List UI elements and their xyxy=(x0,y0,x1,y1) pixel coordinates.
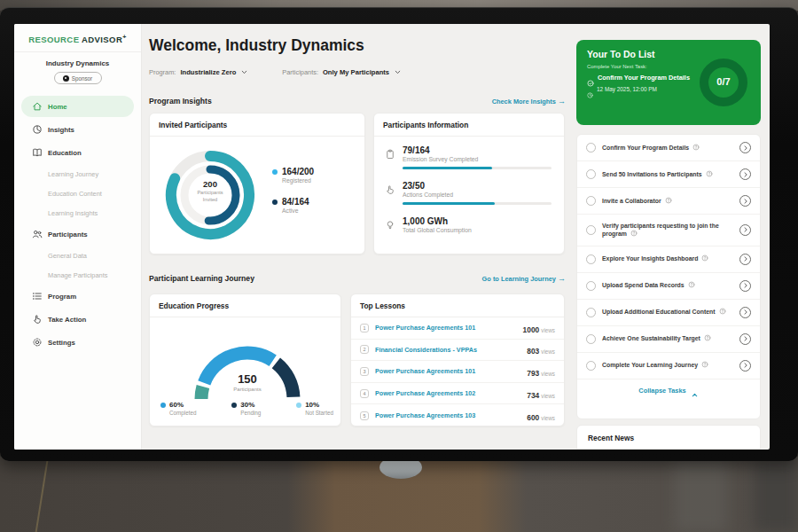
go-to-learning-journey-link[interactable]: Go to Learning Journey → xyxy=(482,274,566,283)
info-icon[interactable] xyxy=(688,281,695,288)
task-chevron-button[interactable] xyxy=(739,195,751,207)
sidebar-item[interactable]: Education xyxy=(21,142,134,163)
legend-value: 60% xyxy=(169,401,196,409)
task-row: Achieve One Sustainability Target xyxy=(577,326,760,353)
task-chevron-button[interactable] xyxy=(739,224,751,236)
task-chevron-button[interactable] xyxy=(739,280,751,292)
task-row: Upload Spend Data Records xyxy=(577,273,760,300)
task-chevron-button[interactable] xyxy=(739,360,751,372)
sidebar-item[interactable]: Learning Journey xyxy=(21,165,134,183)
sidebar-item[interactable]: Manage Participants xyxy=(21,266,134,284)
participants-dropdown[interactable]: Participants: Only My Participants xyxy=(282,68,402,76)
lesson-rank-badge: 1 xyxy=(360,324,369,332)
legend-item: 60% Completed xyxy=(160,401,196,416)
info-icon[interactable] xyxy=(719,308,726,315)
filter-bar: Program: Industrialize Zero Participants… xyxy=(149,68,402,76)
check-circle-icon xyxy=(587,74,594,82)
info-icon[interactable] xyxy=(704,334,711,341)
task-checkbox[interactable] xyxy=(586,308,596,317)
sidebar-item[interactable]: Take Action xyxy=(21,309,134,330)
sidebar-item[interactable]: Program xyxy=(21,286,134,307)
program-insights-title: Program Insights xyxy=(149,97,212,106)
sidebar-item-label: Insights xyxy=(48,126,74,134)
program-value: Industrialize Zero xyxy=(180,68,236,76)
background-blur-band xyxy=(754,457,798,532)
task-chevron-button[interactable] xyxy=(739,254,751,265)
task-label: Send 50 Invitations to Participants xyxy=(602,170,713,178)
task-label: Explore Your Insights Dashboard xyxy=(602,254,708,262)
task-checkbox[interactable] xyxy=(586,254,596,264)
info-icon[interactable] xyxy=(701,361,708,368)
app-logo: RESOURCE ADVISOR+ xyxy=(14,24,141,52)
check-more-insights-link[interactable]: Check More Insights → xyxy=(492,97,566,106)
task-checkbox[interactable] xyxy=(586,169,596,179)
task-label: Verify participants requesting to join t… xyxy=(602,222,727,239)
todo-counter: 0/7 xyxy=(695,76,752,87)
program-dropdown[interactable]: Program: Industrialize Zero xyxy=(149,68,248,76)
arrow-right-icon: → xyxy=(558,274,566,283)
task-row: Complete Your Learning Journey xyxy=(577,353,760,379)
education-legend: 60% Completed 30% Pending 10% xyxy=(160,401,333,416)
participants-label: Participants: xyxy=(282,68,318,76)
lesson-rank-badge: 4 xyxy=(360,389,369,398)
learning-journey-title: Participant Learning Journey xyxy=(149,274,254,283)
task-checkbox[interactable] xyxy=(586,143,596,153)
sidebar-item[interactable]: Education Content xyxy=(21,184,134,202)
lesson-link[interactable]: Financial Considerations - VPPAs xyxy=(375,346,520,354)
info-label: Emission Survey Completed xyxy=(403,156,552,162)
task-chevron-button[interactable] xyxy=(739,142,751,153)
task-rows: Confirm Your Program Details Send 50 Inv… xyxy=(577,135,760,379)
lesson-link[interactable]: Power Purchase Agreements 101 xyxy=(375,324,517,332)
sidebar-item[interactable]: Insights xyxy=(21,119,134,140)
sidebar-item[interactable]: Learning Insights xyxy=(21,204,134,222)
legend-item: 10% Not Started xyxy=(296,401,333,416)
legend-label: Active xyxy=(282,207,309,214)
collapse-tasks-link[interactable]: Collapse Tasks xyxy=(577,379,760,403)
sidebar-item-label: Learning Insights xyxy=(48,209,98,217)
lesson-link[interactable]: Power Purchase Agreements 101 xyxy=(375,367,520,375)
info-icon[interactable] xyxy=(665,197,672,204)
info-icon[interactable] xyxy=(630,230,638,237)
lesson-row: 1 Power Purchase Agreements 101 1000view… xyxy=(351,317,564,340)
task-row: Send 50 Invitations to Participants xyxy=(577,161,760,188)
legend-dot xyxy=(160,403,166,408)
task-checkbox[interactable] xyxy=(586,361,596,371)
task-checkbox[interactable] xyxy=(586,225,596,235)
page-title: Welcome, Industry Dynamics xyxy=(149,36,364,55)
sidebar-item-icon xyxy=(32,147,43,158)
lesson-row: 3 Power Purchase Agreements 101 793views xyxy=(351,361,564,383)
task-checkbox[interactable] xyxy=(586,196,596,206)
task-chevron-button[interactable] xyxy=(739,333,751,345)
sidebar-item[interactable]: Settings xyxy=(21,332,134,353)
todo-task-list: Confirm Your Program Details Send 50 Inv… xyxy=(576,134,761,419)
sidebar-nav: Home Insights Education Learning Journey xyxy=(14,95,141,354)
lesson-views-count: 793 xyxy=(527,369,539,378)
sidebar-item[interactable]: Home xyxy=(21,96,134,117)
info-icon[interactable] xyxy=(706,170,713,177)
info-icon[interactable] xyxy=(692,144,700,151)
lesson-link[interactable]: Power Purchase Agreements 102 xyxy=(375,389,520,397)
task-chevron-button[interactable] xyxy=(739,307,751,318)
lesson-views-suffix: views xyxy=(541,327,555,333)
info-value: 1,000 GWh xyxy=(403,216,472,226)
participants-information-card: Participants Information 79/164 Emission… xyxy=(373,113,565,254)
task-checkbox[interactable] xyxy=(586,281,596,291)
sponsor-badge: Sponsor xyxy=(54,72,102,84)
sidebar-item-icon xyxy=(32,229,43,239)
lesson-rank-badge: 5 xyxy=(360,411,369,420)
task-checkbox[interactable] xyxy=(586,334,596,344)
sidebar-item[interactable]: Participants xyxy=(21,223,134,245)
participants-value: Only My Participants xyxy=(323,68,389,76)
legend-dot xyxy=(272,200,278,205)
info-icon[interactable] xyxy=(701,254,708,262)
lesson-row: 2 Financial Considerations - VPPAs 803vi… xyxy=(351,340,564,362)
task-chevron-button[interactable] xyxy=(739,168,751,180)
logo-plus: + xyxy=(122,34,127,40)
sidebar-item-icon xyxy=(32,337,43,348)
legend-item: 30% Pending xyxy=(231,401,261,416)
sidebar-item[interactable]: General Data xyxy=(21,246,134,264)
task-label: Invite a Collaborator xyxy=(602,197,672,205)
lesson-link[interactable]: Power Purchase Agreements 103 xyxy=(375,411,520,419)
sidebar-item-label: Education xyxy=(48,149,82,157)
sidebar: RESOURCE ADVISOR+ Industry Dynamics Spon… xyxy=(14,24,142,450)
